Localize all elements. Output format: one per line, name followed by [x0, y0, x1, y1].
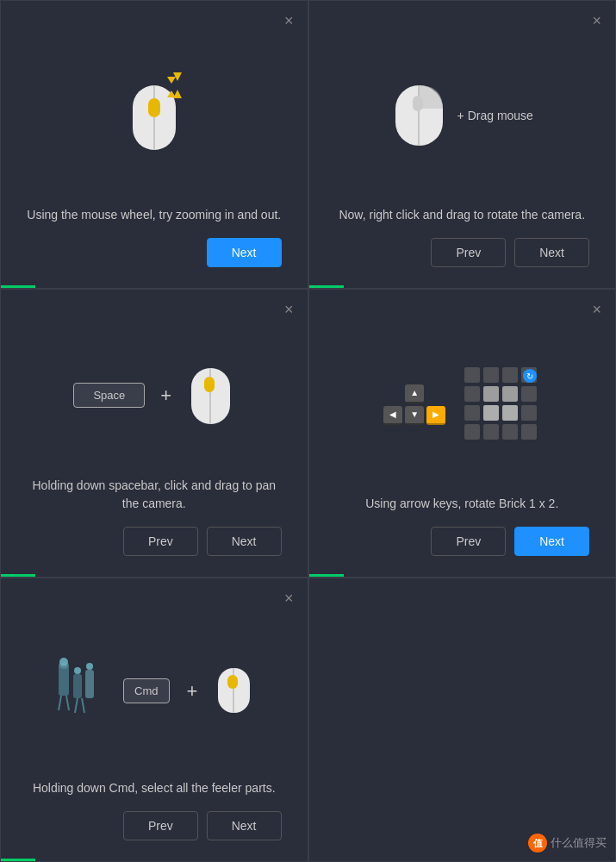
svg-rect-44 [227, 675, 238, 689]
next-button-3[interactable]: Next [207, 527, 282, 556]
btn-row-3: Prev Next [27, 527, 282, 556]
card-4-desc: Using arrow keys, rotate Brick 1 x 2. [365, 495, 558, 513]
svg-rect-27 [502, 424, 518, 440]
next-button-2[interactable]: Next [514, 238, 589, 267]
brick-grid-svg: ↻ [463, 365, 540, 443]
svg-rect-15 [502, 367, 518, 383]
prev-button-4[interactable]: Prev [431, 527, 506, 556]
mouse-small-icon [215, 663, 253, 719]
watermark-icon: 值 [528, 834, 547, 853]
close-button-3[interactable]: × [284, 302, 294, 317]
next-button-4[interactable]: Next [514, 527, 589, 556]
icon-area-1 [27, 35, 282, 196]
icon-area-3: Space + [27, 324, 282, 466]
svg-rect-21 [464, 405, 480, 421]
arrow-top-row: ▲ [405, 384, 424, 403]
svg-rect-13 [464, 367, 480, 383]
svg-rect-25 [464, 424, 480, 440]
next-button-1[interactable]: Next [207, 238, 282, 267]
svg-rect-31 [59, 665, 69, 696]
card-empty: 值 什么值得买 [308, 578, 617, 862]
feeler-parts-icon [54, 657, 115, 726]
card-2-desc: Now, right click and drag to rotate the … [339, 206, 585, 224]
close-button-4[interactable]: × [592, 302, 601, 317]
arrow-keys-group: ▲ ◀ ▼ ▶ [383, 384, 445, 425]
plus-icon-5: + [187, 680, 198, 703]
btn-row-2: Prev Next [335, 238, 590, 267]
svg-rect-24 [521, 405, 537, 421]
close-button-2[interactable]: × [592, 13, 601, 28]
drag-mouse-label: + Drag mouse [457, 109, 533, 122]
mouse-plain-icon [187, 361, 234, 430]
card-rotate: × + Drag mouse Now, right click and drag… [308, 0, 617, 289]
svg-rect-19 [502, 386, 518, 402]
btn-row-1: Next [27, 238, 282, 267]
btn-row-5: Prev Next [27, 811, 282, 840]
svg-line-40 [75, 698, 78, 713]
next-button-5[interactable]: Next [207, 811, 282, 840]
icon-area-4: ▲ ◀ ▼ ▶ [335, 324, 590, 484]
card-zoom: × Using the mouse wheel, try zooming in [0, 0, 308, 289]
svg-marker-3 [167, 77, 176, 84]
cmd-key: Cmd [123, 678, 169, 703]
svg-rect-33 [73, 674, 82, 698]
svg-point-36 [74, 667, 81, 674]
svg-text:↻: ↻ [526, 372, 533, 381]
btn-row-4: Prev Next [335, 527, 590, 556]
svg-rect-14 [483, 367, 499, 383]
svg-rect-18 [483, 386, 499, 402]
close-button-5[interactable]: × [284, 590, 294, 606]
svg-rect-22 [483, 405, 499, 421]
mouse-right-icon [391, 77, 447, 154]
arrow-right-key: ▶ [426, 406, 445, 425]
svg-rect-9 [413, 96, 423, 111]
card-5-desc: Holding down Cmd, select all the feeler … [33, 779, 276, 797]
arrow-bottom-row: ◀ ▼ ▶ [383, 406, 445, 425]
arrow-down-key: ▼ [405, 406, 424, 425]
spacebar-key: Space [73, 383, 145, 408]
brick-illustration: ↻ [463, 365, 540, 443]
plus-icon-3: + [160, 384, 171, 407]
svg-line-38 [59, 696, 61, 710]
svg-line-39 [66, 696, 69, 710]
svg-rect-23 [502, 405, 518, 421]
icon-area-5: Cmd + [27, 613, 282, 769]
watermark: 值 什么值得买 [528, 834, 607, 853]
svg-marker-6 [173, 90, 182, 98]
svg-rect-34 [85, 670, 94, 698]
watermark-text: 什么值得买 [551, 835, 607, 851]
prev-button-3[interactable]: Prev [123, 527, 198, 556]
card-brick-rotate: × ▲ ◀ ▼ ▶ [308, 289, 617, 578]
prev-button-5[interactable]: Prev [123, 811, 198, 840]
card-cmd-select: × Cmd + [0, 578, 308, 862]
svg-rect-17 [464, 386, 480, 402]
card-pan: × Space + Holding down spacebar, click a… [0, 289, 308, 578]
prev-button-2[interactable]: Prev [431, 238, 506, 267]
svg-point-35 [59, 658, 68, 666]
svg-point-37 [86, 663, 93, 670]
mouse-scroll-icon [120, 68, 189, 163]
svg-rect-12 [204, 377, 215, 392]
svg-rect-26 [483, 424, 499, 440]
tutorial-grid: × Using the mouse wheel, try zooming in [0, 0, 616, 862]
svg-line-41 [82, 698, 84, 713]
svg-rect-28 [521, 424, 537, 440]
icon-area-2: + Drag mouse [335, 35, 590, 196]
svg-rect-2 [148, 98, 160, 117]
card-3-desc: Holding down spacebar, click and drag to… [27, 477, 282, 513]
arrow-up-key: ▲ [405, 384, 424, 403]
arrow-left-key: ◀ [383, 406, 402, 425]
close-button-1[interactable]: × [284, 13, 294, 28]
card-1-desc: Using the mouse wheel, try zooming in an… [27, 206, 281, 224]
svg-rect-20 [521, 386, 537, 402]
